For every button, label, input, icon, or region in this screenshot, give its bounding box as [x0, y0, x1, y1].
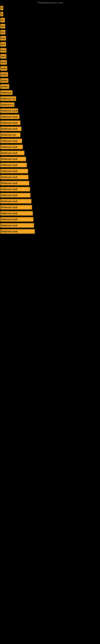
- bar-label: Bottl: [1, 55, 6, 58]
- bar-item: Bottleneck result: [0, 151, 24, 155]
- bar-row: Bottleneck result: [0, 192, 100, 198]
- bar-item: Bottleneck result: [0, 199, 31, 204]
- bar-row: Bottleneck r: [0, 90, 100, 96]
- bar-item: Bottl: [0, 42, 6, 46]
- bar-item: Bott: [0, 24, 5, 28]
- bar-label: Bottleneck result: [1, 176, 17, 178]
- bar-label: Bottl: [1, 49, 6, 52]
- bar-item: Bottlen: [0, 78, 8, 83]
- bar-item: Bottleneck result: [0, 217, 33, 222]
- bar-row: Bottleneck result: [0, 180, 100, 186]
- bar-row: Bo: [0, 5, 100, 11]
- bar-item: Bottleneck result: [0, 157, 26, 161]
- bar-label: Bottlene: [1, 86, 8, 88]
- bar-item: Bottleneck result: [0, 145, 23, 149]
- bar-item: Bott: [0, 18, 5, 22]
- bar-item: Bottleneck re: [0, 102, 14, 107]
- bar-item: Bo: [0, 6, 3, 10]
- bar-item: Bo: [0, 12, 3, 16]
- bar-item: Bottleneck result: [0, 163, 27, 167]
- bar-label: Bottle: [1, 68, 6, 70]
- bar-label: Bottlen: [1, 80, 8, 82]
- bar-row: Bottlen: [0, 78, 100, 84]
- bar-item: Bottleneck resu: [0, 96, 16, 101]
- bar-label: Bottleneck re: [1, 104, 14, 106]
- bar-item: Bottleneck result: [0, 108, 18, 113]
- bar-row: Bottle: [0, 66, 100, 72]
- bar-label: Bott: [1, 19, 4, 21]
- bar-row: Bottleneck result: [0, 150, 100, 156]
- bar-label: Bottlen: [1, 74, 7, 76]
- bar-item: Bottle: [0, 66, 7, 71]
- bar-item: Bottleneck result: [0, 187, 30, 192]
- bar-item: Bottleneck result: [0, 229, 35, 234]
- bar-row: Bottleneck result: [0, 156, 100, 162]
- bar-item: Bottleneck result: [0, 126, 21, 131]
- bar-row: Bottleneck result: [0, 174, 100, 180]
- bar-row: Bottleneck result: [0, 204, 100, 210]
- bar-label: Bott: [1, 25, 4, 27]
- bar-label: Bottleneck result: [1, 224, 17, 226]
- bar-row: Bottleneck result: [0, 114, 100, 120]
- bar-item: Bott: [0, 30, 5, 34]
- bar-item: Bottleneck resu: [0, 132, 20, 137]
- bar-label: Bottleneck r: [1, 92, 12, 94]
- bar-label: Bottleneck result: [1, 218, 17, 220]
- bar-item: Bottleneck result: [0, 181, 29, 185]
- bar-row: Bottl: [0, 41, 100, 47]
- bar-item: Bottleneck r: [0, 90, 12, 95]
- bar-row: Bottleneck result: [0, 210, 100, 216]
- bar-row: Bottleneck result: [0, 144, 100, 150]
- bar-label: Bo: [1, 13, 2, 15]
- site-title: TheBottlenecker.com: [0, 0, 100, 5]
- bar-row: Bottleneck result: [0, 216, 100, 222]
- bar-row: Bott: [0, 23, 100, 29]
- bar-item: Bottleneck result: [0, 193, 30, 198]
- bar-row: Bottleneck result: [0, 126, 100, 132]
- bar-item: Bottlen: [0, 72, 8, 77]
- bar-row: Bottleneck resu: [0, 132, 100, 138]
- bar-label: Bottleneck resu: [1, 134, 16, 136]
- bar-label: Bottleneck result: [1, 230, 17, 233]
- bar-row: Bottleneck result: [0, 120, 100, 126]
- bar-row: Bottleneck result: [0, 138, 100, 144]
- bar-row: Bottleneck result: [0, 186, 100, 192]
- bar-item: Bottleneck result: [0, 120, 20, 125]
- bar-item: Bottle: [0, 60, 7, 64]
- bar-item: Bottleneck result: [0, 211, 33, 216]
- bar-row: Bottleneck result: [0, 228, 100, 234]
- bar-item: Bottl: [0, 48, 6, 52]
- bar-label: Bottleneck result: [1, 116, 17, 118]
- bar-item: Bottl: [0, 54, 6, 58]
- bar-label: Bottl: [1, 37, 5, 40]
- bar-label: Bottleneck result: [1, 182, 17, 184]
- bar-item: Bottleneck result: [0, 223, 34, 228]
- bar-label: Bottleneck result: [1, 146, 17, 148]
- bar-row: Bottle: [0, 59, 100, 66]
- bar-item: Bottlene: [0, 84, 9, 89]
- bar-item: Bottleneck result: [0, 139, 22, 143]
- bar-row: Bott: [0, 17, 100, 23]
- bar-row: Bottl: [0, 35, 100, 41]
- bar-row: Bottl: [0, 47, 100, 53]
- bar-label: Bottleneck result: [1, 164, 17, 166]
- bar-label: Bottl: [1, 43, 5, 46]
- bar-label: Bottle: [1, 62, 6, 64]
- bar-row: Bottlen: [0, 72, 100, 78]
- bar-label: Bottleneck result: [1, 170, 17, 172]
- bar-label: Bottleneck result: [1, 152, 17, 154]
- bar-row: Bottleneck re: [0, 102, 100, 108]
- bar-label: Bottleneck result: [1, 110, 17, 112]
- bar-label: Bottleneck result: [1, 194, 17, 196]
- bar-item: Bottleneck result: [0, 205, 32, 210]
- bar-row: Bottl: [0, 53, 100, 59]
- bar-item: Bottleneck result: [0, 114, 19, 119]
- bar-label: Bottleneck result: [1, 200, 17, 202]
- bar-label: Bottleneck result: [1, 188, 17, 190]
- bar-label: Bottleneck result: [1, 128, 17, 130]
- bar-item: Bottleneck result: [0, 175, 28, 179]
- bar-row: Bottleneck result: [0, 168, 100, 174]
- bar-label: Bottleneck resu: [1, 98, 15, 100]
- bar-label: Bott: [1, 31, 4, 34]
- bar-label: Bottleneck result: [1, 212, 17, 214]
